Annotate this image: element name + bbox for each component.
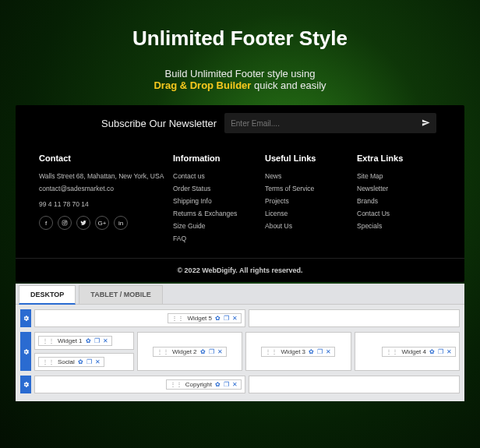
list-item[interactable]: Size Guide <box>173 222 257 230</box>
widget-3[interactable]: ⋮⋮ Widget 3 ✿ ❐ ✕ <box>261 347 335 357</box>
list-item[interactable]: Terms of Service <box>265 185 349 192</box>
footer-preview: Subscribe Our Newsletter Contact Walls S… <box>16 105 464 282</box>
list-item[interactable]: Shipping Info <box>173 197 257 205</box>
gear-icon[interactable]: ✿ <box>309 348 314 355</box>
list-item[interactable]: News <box>265 172 349 180</box>
newsletter-label: Subscribe Our Newsletter <box>101 118 217 129</box>
page-title: Unlimited Footer Style <box>0 26 480 51</box>
list-item[interactable]: Contact Us <box>357 210 441 217</box>
gear-icon[interactable]: ✿ <box>86 337 91 344</box>
duplicate-icon[interactable]: ❐ <box>224 315 229 322</box>
builder-cell[interactable]: ⋮⋮ Social ✿ ❐ ✕ <box>34 353 134 371</box>
builder-cell[interactable] <box>249 376 460 393</box>
builder-cell[interactable]: ⋮⋮ Copyright ✿ ❐ ✕ <box>34 376 245 393</box>
builder-panel: DESKTOP TABLET / MOBILE ⋮⋮ Widget 5 ✿ ❐ … <box>16 284 464 401</box>
drag-icon[interactable]: ⋮⋮ <box>157 348 169 355</box>
drag-icon[interactable]: ⋮⋮ <box>265 348 277 355</box>
gear-icon[interactable]: ✿ <box>215 315 221 322</box>
row-settings-button[interactable] <box>20 376 31 393</box>
list-item[interactable]: Returns & Exchanges <box>173 210 257 217</box>
close-icon[interactable]: ✕ <box>95 358 101 365</box>
close-icon[interactable]: ✕ <box>326 348 331 355</box>
widget-copyright[interactable]: ⋮⋮ Copyright ✿ ❐ ✕ <box>166 379 242 390</box>
contact-address: Walls Street 68, Mahattan, New York, USA <box>39 172 165 180</box>
widget-1[interactable]: ⋮⋮ Widget 1 ✿ ❐ ✕ <box>38 336 112 346</box>
close-icon[interactable]: ✕ <box>217 348 223 355</box>
list-item[interactable]: About Us <box>265 222 349 230</box>
duplicate-icon[interactable]: ❐ <box>224 381 229 388</box>
widget-social[interactable]: ⋮⋮ Social ✿ ❐ ✕ <box>38 357 104 367</box>
drag-icon[interactable]: ⋮⋮ <box>171 315 184 322</box>
builder-cell[interactable]: ⋮⋮ Widget 5 ✿ ❐ ✕ <box>34 309 245 327</box>
list-item[interactable]: Specials <box>357 222 441 230</box>
send-icon[interactable] <box>422 118 430 129</box>
contact-heading: Contact <box>39 153 165 163</box>
duplicate-icon[interactable]: ❐ <box>209 348 214 355</box>
duplicate-icon[interactable]: ❐ <box>86 358 92 365</box>
drag-icon[interactable]: ⋮⋮ <box>42 358 55 365</box>
duplicate-icon[interactable]: ❐ <box>94 337 100 344</box>
google-plus-icon[interactable]: G+ <box>95 216 109 230</box>
gear-icon[interactable]: ✿ <box>215 381 221 388</box>
builder-cell[interactable]: ⋮⋮ Widget 4 ✿ ❐ ✕ <box>355 332 461 371</box>
drag-icon[interactable]: ⋮⋮ <box>170 381 182 388</box>
builder-cell[interactable]: ⋮⋮ Widget 2 ✿ ❐ ✕ <box>137 332 243 371</box>
list-item[interactable]: FAQ <box>173 235 257 242</box>
close-icon[interactable]: ✕ <box>446 348 452 355</box>
close-icon[interactable]: ✕ <box>232 315 238 322</box>
row-settings-button[interactable] <box>20 309 31 327</box>
list-item[interactable]: Order Status <box>173 185 257 192</box>
facebook-icon[interactable]: f <box>39 216 53 230</box>
tab-desktop[interactable]: DESKTOP <box>19 285 76 305</box>
newsletter-input[interactable] <box>231 119 422 128</box>
newsletter-input-wrap <box>224 113 436 133</box>
builder-cell[interactable] <box>249 309 460 327</box>
tab-mobile[interactable]: TABLET / MOBILE <box>79 285 162 304</box>
contact-email: contact@sadesmarket.co <box>39 185 165 192</box>
linkedin-icon[interactable]: in <box>114 216 128 230</box>
widget-4[interactable]: ⋮⋮ Widget 4 ✿ ❐ ✕ <box>382 347 456 357</box>
gear-icon[interactable]: ✿ <box>429 348 435 355</box>
page-subtitle: Build Unlimited Footer style using Drag … <box>0 68 480 91</box>
list-item[interactable]: Newsletter <box>357 185 441 192</box>
builder-cell[interactable]: ⋮⋮ Widget 3 ✿ ❐ ✕ <box>245 332 351 371</box>
twitter-icon[interactable] <box>76 216 90 230</box>
widget-2[interactable]: ⋮⋮ Widget 2 ✿ ❐ ✕ <box>153 347 227 357</box>
row-settings-button[interactable] <box>20 332 31 371</box>
drag-icon[interactable]: ⋮⋮ <box>42 337 55 344</box>
list-item[interactable]: Projects <box>265 197 349 205</box>
gear-icon[interactable]: ✿ <box>78 358 83 365</box>
list-item[interactable]: License <box>265 210 349 217</box>
svg-point-1 <box>64 222 66 224</box>
svg-point-2 <box>66 221 67 222</box>
useful-heading: Useful Links <box>265 153 349 163</box>
widget-5[interactable]: ⋮⋮ Widget 5 ✿ ❐ ✕ <box>168 313 242 323</box>
list-item[interactable]: Site Map <box>357 172 441 180</box>
info-heading: Information <box>173 153 257 163</box>
duplicate-icon[interactable]: ❐ <box>438 348 443 355</box>
close-icon[interactable]: ✕ <box>103 337 108 344</box>
list-item[interactable]: Contact us <box>173 172 257 180</box>
contact-phone: 99 4 11 78 70 14 <box>39 200 165 208</box>
builder-cell[interactable]: ⋮⋮ Widget 1 ✿ ❐ ✕ <box>34 332 134 350</box>
drag-icon[interactable]: ⋮⋮ <box>386 348 398 355</box>
list-item[interactable]: Brands <box>357 197 441 205</box>
close-icon[interactable]: ✕ <box>232 381 238 388</box>
duplicate-icon[interactable]: ❐ <box>317 348 323 355</box>
instagram-icon[interactable] <box>58 216 72 230</box>
extra-heading: Extra Links <box>357 153 441 163</box>
copyright-bar: © 2022 WebDigify. All rights reserved. <box>16 258 464 282</box>
gear-icon[interactable]: ✿ <box>200 348 206 355</box>
